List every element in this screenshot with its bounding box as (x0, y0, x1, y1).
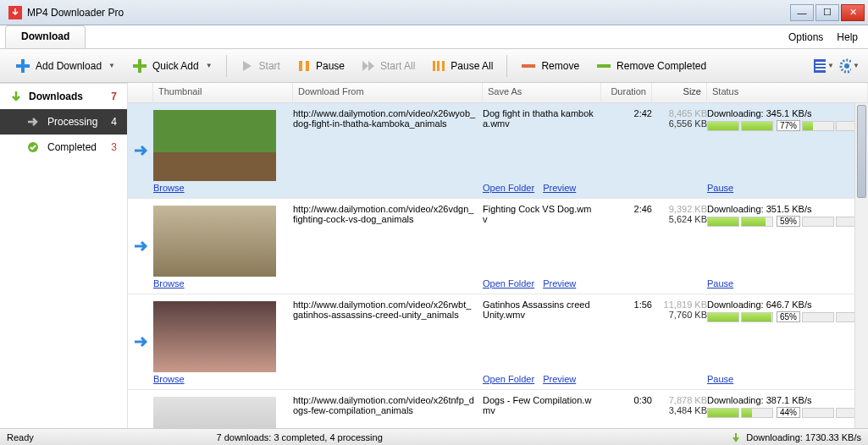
col-save[interactable]: Save As (483, 83, 601, 102)
maximize-button[interactable]: ☐ (815, 4, 839, 21)
download-row[interactable]: Browse http://www.dailymotion.com/video/… (128, 103, 868, 199)
size-done: 7,760 KB (652, 310, 707, 320)
pause-all-button[interactable]: Pause All (425, 56, 500, 76)
download-speed: Downloading: 646.7 KB/s (707, 299, 868, 310)
start-button[interactable]: Start (234, 56, 287, 76)
add-download-button[interactable]: Add Download ▼ (8, 55, 122, 77)
duration-value: 2:46 (601, 204, 652, 288)
scrollbar[interactable] (854, 103, 868, 428)
view-mode-button[interactable]: ▼ (814, 56, 834, 76)
open-folder-link[interactable]: Open Folder (483, 278, 534, 288)
pause-all-label: Pause All (451, 60, 493, 72)
pause-all-icon (432, 59, 445, 73)
status-ready: Ready (7, 432, 34, 442)
svg-rect-1 (16, 64, 30, 68)
settings-button[interactable]: ▼ (839, 56, 860, 76)
duration-value: 2:42 (601, 108, 652, 193)
status-summary: 7 downloads: 3 completed, 4 processing (217, 432, 383, 442)
save-as-name: Dog fight in thatha kamboka.wmv (483, 108, 594, 129)
size-done: 3,484 KB (652, 405, 707, 415)
arrow-right-icon (27, 117, 39, 127)
col-size[interactable]: Size (652, 83, 707, 102)
duration-value: 0:30 (601, 395, 652, 428)
remove-button[interactable]: Remove (514, 57, 586, 75)
open-folder-link[interactable]: Open Folder (483, 374, 534, 384)
plus-blue-icon (15, 58, 30, 74)
svg-rect-4 (299, 61, 302, 71)
menu-help[interactable]: Help (837, 31, 858, 43)
sidebar-header: Downloads 7 (0, 84, 127, 109)
browse-link[interactable]: Browse (153, 278, 185, 288)
plus-green-icon (132, 58, 147, 74)
chevron-down-icon: ▼ (108, 62, 115, 69)
open-folder-link[interactable]: Open Folder (483, 183, 534, 193)
preview-link[interactable]: Preview (543, 374, 576, 384)
chevron-down-icon: ▼ (853, 62, 860, 69)
progress-bar: 59% (707, 216, 868, 227)
close-button[interactable]: ✕ (841, 4, 865, 21)
check-circle-icon (27, 141, 39, 153)
pause-icon (297, 59, 311, 73)
minimize-button[interactable]: ― (790, 4, 814, 21)
menu-options[interactable]: Options (788, 31, 823, 43)
remove-completed-button[interactable]: Remove Completed (589, 57, 713, 75)
download-speed: Downloading: 345.1 KB/s (707, 108, 868, 118)
svg-rect-3 (133, 64, 147, 68)
svg-rect-10 (597, 64, 611, 68)
chevron-down-icon: ▼ (206, 62, 213, 69)
gear-icon (839, 58, 851, 74)
downloading-arrow-icon (133, 143, 148, 158)
pause-label: Pause (316, 60, 345, 72)
col-from[interactable]: Download From (293, 83, 483, 102)
scrollbar-thumb[interactable] (857, 105, 866, 198)
svg-rect-14 (815, 69, 826, 70)
row-pause-link[interactable]: Pause (707, 278, 733, 288)
col-thumbnail[interactable]: Thumbnail (153, 83, 293, 102)
quick-add-label: Quick Add (152, 60, 199, 72)
svg-rect-13 (815, 65, 826, 67)
separator (226, 55, 227, 77)
download-url: http://www.dailymotion.com/video/x26wyob… (293, 108, 483, 193)
download-list: Thumbnail Download From Save As Duration… (127, 83, 868, 428)
row-pause-link[interactable]: Pause (707, 374, 733, 384)
preview-link[interactable]: Preview (543, 278, 576, 288)
download-url: http://www.dailymotion.com/video/x26vdgn… (293, 204, 483, 288)
download-url: http://www.dailymotion.com/video/x26rwbt… (293, 299, 483, 384)
col-status[interactable]: Status (707, 83, 868, 102)
download-speed: Downloading: 387.1 KB/s (707, 395, 868, 405)
remove-label: Remove (541, 60, 579, 72)
download-arrow-icon (731, 432, 741, 442)
download-row[interactable]: Browse http://www.dailymotion.com/video/… (128, 390, 868, 428)
progress-percent: 77% (777, 120, 800, 131)
browse-link[interactable]: Browse (153, 183, 185, 193)
start-all-button[interactable]: Start All (355, 56, 422, 76)
sidebar-item-count: 4 (111, 116, 117, 128)
download-speed: Downloading: 351.5 KB/s (707, 204, 868, 214)
row-pause-link[interactable]: Pause (707, 183, 733, 193)
column-headers: Thumbnail Download From Save As Duration… (128, 83, 868, 103)
svg-rect-12 (815, 62, 826, 63)
browse-link[interactable]: Browse (153, 374, 185, 384)
sidebar-item-completed[interactable]: Completed 3 (0, 135, 127, 160)
pause-button[interactable]: Pause (290, 56, 351, 76)
quick-add-button[interactable]: Quick Add ▼ (125, 55, 219, 77)
toolbar: Add Download ▼ Quick Add ▼ Start Pause S… (0, 49, 868, 83)
download-row[interactable]: Browse http://www.dailymotion.com/video/… (128, 199, 868, 294)
chevron-down-icon: ▼ (827, 62, 834, 69)
preview-link[interactable]: Preview (543, 183, 576, 193)
duration-value: 1:56 (601, 299, 652, 384)
tab-download[interactable]: Download (5, 25, 86, 48)
size-done: 6,556 KB (652, 118, 707, 129)
svg-rect-8 (442, 61, 445, 71)
sidebar-item-label: Completed (47, 141, 97, 153)
col-duration[interactable]: Duration (601, 83, 652, 102)
minus-red-icon (521, 62, 536, 70)
minus-green-icon (596, 62, 611, 70)
sidebar-header-label: Downloads (29, 91, 83, 102)
progress-percent: 44% (777, 407, 800, 418)
menubar: Download Options Help (0, 25, 868, 49)
remove-completed-label: Remove Completed (616, 60, 706, 72)
sidebar-item-processing[interactable]: Processing 4 (0, 109, 127, 135)
download-row[interactable]: Browse http://www.dailymotion.com/video/… (128, 294, 868, 390)
thumbnail (153, 397, 276, 428)
